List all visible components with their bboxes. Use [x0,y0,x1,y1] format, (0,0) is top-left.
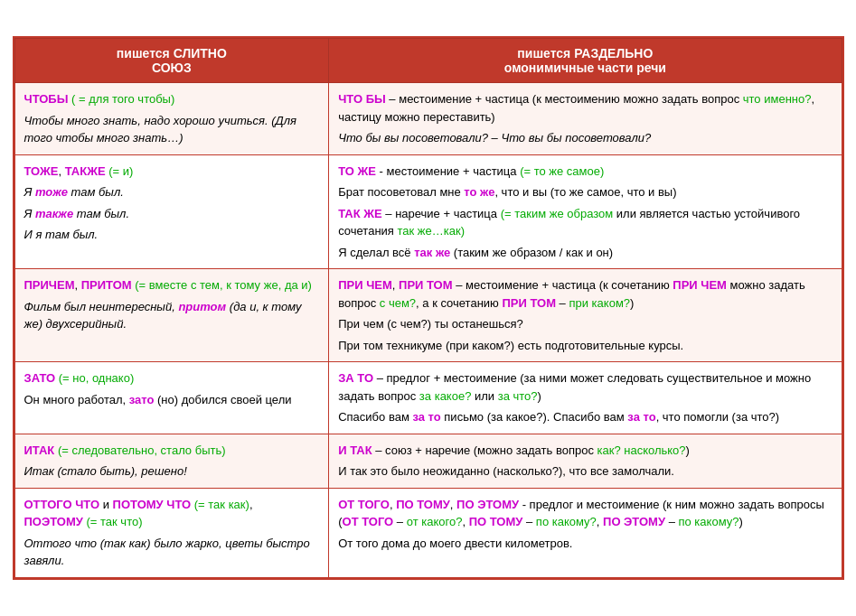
row-zato-left: ЗАТО (= но, однако)Он много работал, зат… [14,362,329,434]
row-itak-left: ИТАК (= следовательно, стало быть)Итак (… [14,434,329,488]
row-chtoby-left: ЧТОБЫ ( = для того чтобы)Чтобы много зна… [14,83,329,155]
row-tozhe-right: ТО ЖЕ - местоимение + частица (= то же с… [329,154,842,269]
main-table: пишется СЛИТНОСОЮЗ пишется РАЗДЕЛЬНОомон… [13,36,844,580]
row-ottogo-right: ОТ ТОГО, ПО ТОМУ, ПО ЭТОМУ - предлог и м… [329,488,842,577]
header-col2: пишется РАЗДЕЛЬНОомонимичные части речи [329,39,842,83]
header-col1: пишется СЛИТНОСОЮЗ [14,39,329,83]
row-prichem-right: ПРИ ЧЕМ, ПРИ ТОМ – местоимение + частица… [329,269,842,362]
row-ottogo-left: ОТТОГО ЧТО и ПОТОМУ ЧТО (= так как),ПОЭТ… [14,488,329,577]
row-zato-right: ЗА ТО – предлог + местоимение (за ними м… [329,362,842,434]
row-tozhe-left: ТОЖЕ, ТАКЖЕ (= и)Я тоже там был.Я также … [14,154,329,269]
row-chtoby-right: ЧТО БЫ – местоимение + частица (к местои… [329,83,842,155]
row-prichem-left: ПРИЧЕМ, ПРИТОМ (= вместе с тем, к тому ж… [14,269,329,362]
row-itak-right: И ТАК – союз + наречие (можно задать воп… [329,434,842,488]
